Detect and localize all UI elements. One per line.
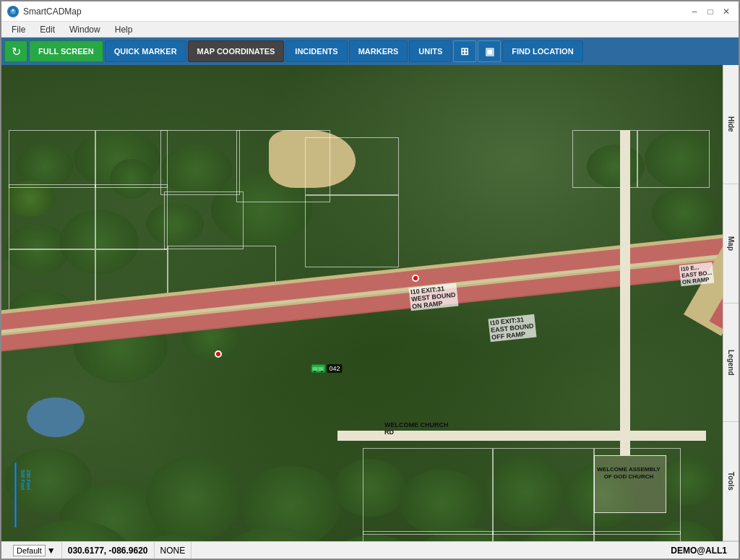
find-location-button[interactable]: FIND LOCATION [502, 40, 582, 62]
map-coordinates-button[interactable]: MAP COORDINATES [188, 40, 285, 62]
refresh-icon: ↻ [12, 45, 21, 59]
church-building [594, 455, 666, 513]
tab-map[interactable]: Map [723, 184, 739, 303]
title-bar: SmartCADMap – □ ✕ [1, 1, 739, 22]
unit-label: 042 [327, 364, 342, 373]
property-outline [594, 531, 681, 541]
tab-hide[interactable]: Hide [723, 65, 739, 184]
default-select[interactable]: Default [13, 545, 46, 556]
property-outline [95, 184, 168, 249]
svg-rect-4 [318, 367, 323, 371]
red-marker-2 [215, 350, 222, 358]
user-text: DEMO@ALL1 [671, 546, 727, 556]
full-screen-button[interactable]: FULL SCREEN [29, 40, 103, 62]
menu-bar: File Edit Window Help [1, 22, 739, 38]
property-outline [9, 184, 95, 249]
minimize-button[interactable]: – [688, 5, 701, 18]
property-outline [164, 191, 244, 249]
close-button[interactable]: ✕ [720, 5, 733, 18]
title-bar-controls: – □ ✕ [688, 5, 733, 18]
refresh-button[interactable]: ↻ [4, 40, 27, 62]
property-outline [305, 195, 399, 267]
tab-legend[interactable]: Legend [723, 303, 739, 423]
scale-bar-line [14, 462, 17, 527]
property-outline [363, 531, 493, 541]
toolbar: ↻ FULL SCREEN QUICK MARKER MAP COORDINAT… [1, 38, 739, 65]
status-none-section: NONE [155, 542, 192, 559]
menu-edit[interactable]: Edit [33, 23, 62, 36]
app-icon [7, 6, 19, 17]
menu-file[interactable]: File [4, 23, 33, 36]
svg-rect-3 [312, 367, 317, 371]
map-area[interactable]: I10 EXIT:31WEST BOUNDON RAMP I10 EXIT:31… [1, 65, 739, 541]
coordinates-text: 030.6177, -086.9620 [68, 546, 148, 556]
incidents-button[interactable]: INCIDENTS [285, 40, 347, 62]
property-outline [9, 130, 95, 188]
title-bar-left: SmartCADMap [7, 6, 82, 17]
property-outline [363, 448, 493, 535]
status-default-section: Default ▼ [7, 542, 62, 559]
tree-cluster [146, 455, 240, 541]
scale-bar: 500 Feet 250 Feet [14, 462, 17, 527]
tab-tools[interactable]: Tools [723, 422, 739, 541]
menu-help[interactable]: Help [108, 23, 140, 36]
menu-window[interactable]: Window [62, 23, 108, 36]
property-outline [305, 137, 399, 195]
i10-east-bound-label: I10 EXIT:31EAST BOUNDOFF RAMP [489, 314, 537, 342]
i10-east-ramp-label: I10 E...EAST BO...ON RAMP [679, 262, 714, 287]
square-icon-button[interactable]: ▣ [478, 40, 501, 62]
default-dropdown[interactable]: Default ▼ [13, 545, 56, 556]
property-outline [493, 448, 594, 535]
grid-icon-button[interactable]: ⊞ [453, 40, 476, 62]
property-outline [160, 130, 240, 195]
dropdown-arrow-icon: ▼ [47, 546, 56, 556]
status-none-text: NONE [160, 546, 186, 556]
red-marker-1 [412, 275, 419, 282]
right-panel: Hide Map Legend Tools [723, 65, 739, 541]
maximize-button[interactable]: □ [704, 5, 717, 18]
status-bar: Default ▼ 030.6177, -086.9620 NONE DEMO@… [1, 541, 739, 559]
property-outline [95, 130, 168, 188]
scale-label-2: 250 Feet [26, 470, 31, 490]
window-frame: SmartCADMap – □ ✕ File Edit Window Help … [0, 0, 740, 560]
quick-marker-button[interactable]: QUICK MARKER [105, 40, 186, 62]
scale-label-1: 500 Feet [20, 470, 25, 490]
property-outline [493, 531, 594, 541]
welcome-church-road-label: WELCOME CHURCHRD [384, 421, 449, 436]
unit-042-marker: 042 [311, 364, 342, 373]
units-button[interactable]: UNITS [409, 40, 452, 62]
unit-icon [311, 364, 325, 373]
coordinates-section: 030.6177, -086.9620 [62, 542, 155, 559]
tree-cluster [652, 188, 717, 238]
user-section: DEMO@ALL1 [665, 542, 733, 559]
markers-button[interactable]: MARKERS [349, 40, 408, 62]
pond [27, 397, 85, 437]
property-outline [637, 130, 710, 188]
i10-west-bound-label: I10 EXIT:31WEST BOUNDON RAMP [409, 283, 458, 311]
app-title: SmartCADMap [23, 7, 82, 17]
church-label: WELCOME ASSEMBLYOF GOD CHURCH [593, 466, 665, 480]
vertical-road-right [620, 130, 630, 455]
